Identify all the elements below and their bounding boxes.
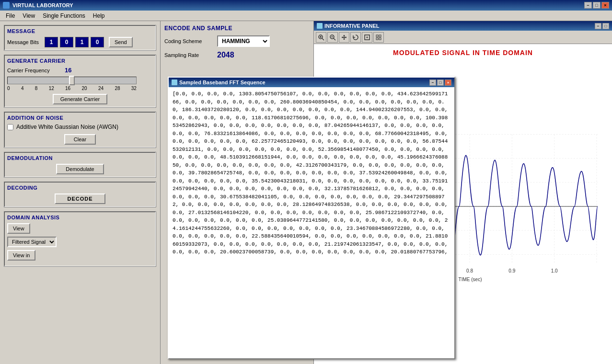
svg-rect-10	[376, 35, 378, 37]
svg-rect-12	[376, 38, 378, 40]
svg-line-1	[322, 38, 324, 40]
info-minimize-button[interactable]: −	[595, 23, 601, 29]
bit-input-2[interactable]	[75, 37, 89, 47]
coding-row: Coding Scheme HAMMING LDPC TURBO	[164, 35, 310, 47]
demodulation-section: DEMODULATION Demodulate	[4, 152, 156, 178]
decode-button[interactable]: DECODE	[55, 193, 105, 204]
svg-text:TIME (sec): TIME (sec)	[459, 277, 482, 282]
fft-sequence-text: [0.0, 0.0, 0.0, 0.0, 1303.8054750756107,…	[173, 91, 448, 255]
info-panel-controls[interactable]: − □	[595, 23, 609, 29]
popup-content[interactable]: [0.0, 0.0, 0.0, 0.0, 1303.8054750756107,…	[169, 87, 454, 358]
app-title: VIRTUAL LABORATORY	[12, 2, 73, 8]
fft-popup: Sampled Baseband FFT Sequence − □ × [0.0…	[168, 77, 455, 359]
awgn-label: Additive White Gaussian Noise (AWGN)	[16, 124, 118, 130]
popup-controls[interactable]: − □ ×	[429, 80, 451, 86]
menu-help[interactable]: Help	[89, 11, 109, 20]
message-bits-label: Message Bits	[7, 39, 41, 45]
menu-bar: File View Single Functions Help	[0, 11, 612, 21]
sampling-rate-value: 2048	[217, 51, 234, 59]
menu-file[interactable]: File	[2, 11, 19, 20]
message-header: MESSAGE	[7, 28, 153, 34]
info-restore-button[interactable]: □	[602, 23, 609, 29]
demodulate-button[interactable]: Demodulate	[56, 164, 104, 174]
toolbar-reset[interactable]	[350, 32, 361, 43]
clear-button[interactable]: Clear	[64, 134, 96, 145]
popup-close-button[interactable]: ×	[445, 80, 451, 86]
message-section: MESSAGE Message Bits Send	[4, 25, 156, 51]
encode-header: ENCODE AND SAMPLE	[164, 25, 310, 32]
bit-input-0[interactable]	[45, 37, 58, 47]
generate-carrier-button[interactable]: Generate Carrier	[53, 94, 108, 104]
carrier-freq-slider[interactable]	[7, 77, 137, 84]
window-controls[interactable]: − □ ×	[584, 2, 609, 9]
demodulation-header: DEMODULATION	[7, 155, 153, 161]
sampling-label: Sampling Rate	[164, 52, 217, 58]
popup-icon	[172, 80, 177, 85]
domain-row-3: View in	[7, 250, 153, 261]
close-button[interactable]: ×	[601, 2, 609, 9]
menu-view[interactable]: View	[19, 11, 39, 20]
toolbar-zoom-in[interactable]	[316, 32, 326, 43]
view-in-button[interactable]: View in	[7, 250, 35, 261]
toolbar-fit[interactable]	[362, 32, 372, 43]
svg-rect-13	[379, 38, 381, 40]
popup-title-bar: Sampled Baseband FFT Sequence − □ ×	[169, 78, 454, 87]
toolbar-zoom-out[interactable]	[327, 32, 338, 43]
carrier-freq-label: Carrier Frequency	[7, 68, 65, 73]
decoding-section: DECODING DECODE	[4, 182, 156, 207]
domain-section: DOMAIN ANALYSIS View Filtered Signal Raw…	[4, 211, 156, 267]
domain-row-2: Filtered Signal Raw Signal	[7, 237, 153, 247]
menu-single-functions[interactable]: Single Functions	[39, 11, 89, 20]
minimize-button[interactable]: −	[584, 2, 592, 9]
carrier-freq-row: Carrier Frequency 16	[7, 67, 153, 74]
carrier-header: GENERATE CARRIER	[7, 58, 153, 64]
popup-minimize-button[interactable]: −	[429, 80, 436, 86]
domain-row-1: View	[7, 223, 153, 234]
sampling-row: Sampling Rate 2048	[164, 51, 310, 59]
svg-rect-11	[379, 35, 381, 37]
app-icon	[3, 2, 10, 9]
svg-line-5	[334, 38, 335, 40]
left-panel: MESSAGE Message Bits Send GENERATE CARRI…	[0, 21, 161, 364]
coding-scheme-select[interactable]: HAMMING LDPC TURBO	[217, 35, 270, 47]
info-panel-title: INFORMATIVE PANEL	[324, 23, 379, 29]
chart-title: MODULATED SIGNAL IN TIME DOMAIN	[319, 49, 607, 57]
info-toolbar	[314, 31, 612, 44]
carrier-freq-value: 16	[65, 67, 71, 74]
decoding-header: DECODING	[7, 185, 153, 191]
svg-text:0.8: 0.8	[466, 268, 473, 273]
slider-labels: 0 4 8 12 16 20 24 28 32	[7, 86, 137, 91]
title-bar: VIRTUAL LABORATORY − □ ×	[0, 0, 612, 11]
toolbar-pan[interactable]	[339, 32, 349, 43]
noise-section: ADDITION OF NOISE Additive White Gaussia…	[4, 112, 156, 148]
awgn-row: Additive White Gaussian Noise (AWGN)	[7, 124, 153, 130]
message-bits-row: Message Bits Send	[7, 37, 153, 47]
carrier-section: GENERATE CARRIER Carrier Frequency 16 0 …	[4, 55, 156, 108]
bit-input-1[interactable]	[60, 37, 73, 47]
info-panel-icon	[317, 23, 323, 29]
info-panel-title-bar: INFORMATIVE PANEL − □	[314, 21, 612, 31]
slider-container: 0 4 8 12 16 20 24 28 32	[7, 77, 153, 91]
popup-title: Sampled Baseband FFT Sequence	[179, 80, 266, 85]
view-button[interactable]: View	[7, 223, 30, 234]
bit-input-3[interactable]	[91, 37, 104, 47]
send-button[interactable]: Send	[109, 37, 133, 47]
svg-text:0.9: 0.9	[508, 268, 515, 273]
svg-text:1.0: 1.0	[551, 268, 558, 273]
coding-label: Coding Scheme	[164, 38, 217, 44]
noise-header: ADDITION OF NOISE	[7, 115, 153, 121]
filter-select[interactable]: Filtered Signal Raw Signal	[7, 237, 57, 247]
popup-restore-button[interactable]: □	[437, 80, 444, 86]
awgn-checkbox[interactable]	[7, 124, 13, 130]
toolbar-grid[interactable]	[373, 32, 384, 43]
domain-header: DOMAIN ANALYSIS	[7, 215, 153, 220]
restore-button[interactable]: □	[593, 2, 600, 9]
